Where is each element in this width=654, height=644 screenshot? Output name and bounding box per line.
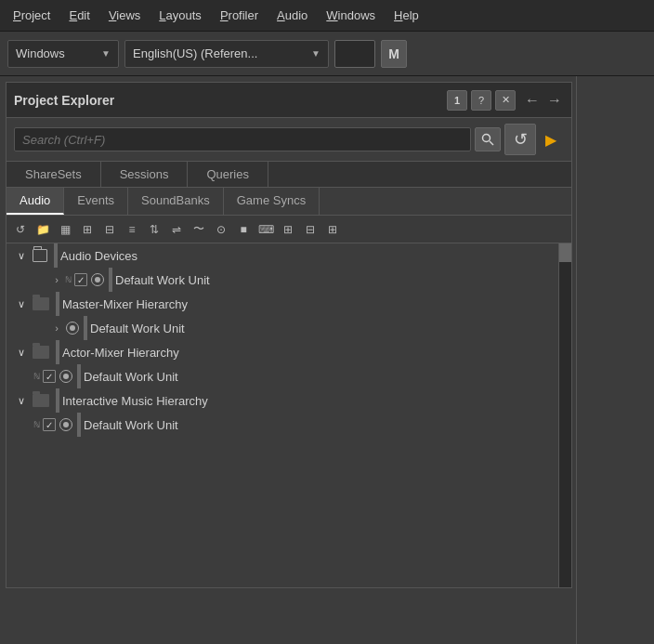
dropdown-arrow2: ▼ — [311, 48, 320, 59]
toolbar-icon-link[interactable]: ⊙ — [211, 219, 231, 240]
project-explorer-panel: Project Explorer 1 ? ✕ ← → ↺ ▶ ShareSets… — [6, 82, 572, 588]
tree-row-actor-mixer[interactable]: ∨ Actor-Mixer Hierarchy — [7, 340, 571, 364]
expand-icon6[interactable]: ∨ — [14, 395, 29, 407]
toolbar-icon-sort[interactable]: ⇅ — [144, 219, 164, 240]
nav-forward-arrow[interactable]: → — [545, 90, 564, 111]
item-label5: Actor-Mixer Hierarchy — [62, 346, 179, 360]
toolbar-icon-shuffle[interactable]: ⇌ — [166, 219, 187, 240]
checkbox-icon[interactable] — [74, 273, 87, 286]
checkbox-icon3[interactable] — [43, 418, 56, 431]
folder-dark-icon2 — [33, 346, 49, 359]
expand-icon4[interactable]: › — [49, 322, 64, 334]
item-label: Audio Devices — [60, 249, 137, 263]
scrollbar-thumb[interactable] — [559, 243, 571, 262]
icon-toolbar: ↺ 📁 ▦ ⊞ ⊟ ≡ ⇅ ⇌ 〜 ⊙ ■ ⌨ ⊞ ⊟ ⊞ — [7, 216, 571, 243]
item-label6: Default Work Unit — [84, 370, 178, 384]
toolbar-icon-list[interactable]: ≡ — [122, 219, 142, 240]
circle-icon3 — [59, 370, 72, 383]
item-separator — [54, 243, 58, 268]
search-input[interactable] — [14, 127, 471, 151]
item-separator7 — [56, 388, 59, 413]
tree-row-audio-default[interactable]: › ℕ Default Work Unit — [7, 268, 571, 292]
checkbox-icon2[interactable] — [43, 370, 56, 383]
refresh-btn[interactable]: ↺ — [504, 124, 536, 155]
menu-layouts[interactable]: Layouts — [150, 3, 211, 28]
panel-header-buttons: 1 ? ✕ — [447, 90, 516, 111]
forward-icon-btn[interactable]: ▶ — [538, 124, 564, 155]
folder-outline-icon — [33, 249, 47, 262]
panel-header: Project Explorer 1 ? ✕ ← → — [7, 83, 571, 118]
expand-icon[interactable]: ∨ — [14, 250, 29, 262]
menu-audio[interactable]: Audio — [268, 3, 317, 28]
tab-audio[interactable]: Audio — [7, 188, 64, 215]
tab-game-syncs[interactable]: Game Syncs — [224, 188, 320, 215]
item-separator3 — [56, 292, 59, 316]
tab-events[interactable]: Events — [64, 188, 128, 215]
tree-row-master-default[interactable]: › Default Work Unit — [7, 316, 571, 340]
small-icon2: ℕ — [33, 372, 40, 381]
menu-views[interactable]: Views — [99, 3, 150, 28]
item-separator5 — [56, 340, 59, 364]
toolbar-icon-table[interactable]: ⊞ — [278, 219, 298, 240]
item-label3: Master-Mixer Hierarchy — [62, 297, 188, 311]
item-separator8 — [77, 413, 81, 437]
tab-queries[interactable]: Queries — [188, 162, 268, 187]
menu-windows[interactable]: Windows — [317, 3, 385, 28]
menu-project[interactable]: Project — [4, 3, 59, 28]
toolbar-icon-stop[interactable]: ■ — [233, 219, 254, 240]
expand-icon2[interactable]: › — [49, 274, 64, 285]
menu-bar: Project Edit Views Layouts Profiler Audi… — [0, 0, 654, 32]
tree-view[interactable]: ∨ Audio Devices › ℕ Default Work Unit ∨ … — [7, 243, 571, 587]
tree-row-audio-devices[interactable]: ∨ Audio Devices — [7, 243, 571, 268]
expand-icon5[interactable]: ∨ — [14, 347, 29, 359]
windows-dropdown[interactable]: Windows ▼ — [7, 40, 119, 68]
toolbar-icon-folder[interactable]: 📁 — [33, 219, 53, 240]
small-icon3: ℕ — [33, 420, 40, 429]
toolbar-icon-rotate[interactable]: ↺ — [10, 219, 31, 240]
language-dropdown[interactable]: English(US) (Referen... ▼ — [124, 40, 329, 68]
toolbar-icon-grid3[interactable]: ⊟ — [99, 219, 120, 240]
dropdown-arrow: ▼ — [101, 48, 111, 59]
m-button[interactable]: M — [381, 40, 407, 68]
expand-icon3[interactable]: ∨ — [14, 298, 29, 310]
search-bar: ↺ ▶ — [7, 118, 571, 162]
tree-row-interactive-music[interactable]: ∨ Interactive Music Hierarchy — [7, 388, 571, 413]
toolbar-icon-grid2[interactable]: ⊞ — [77, 219, 98, 240]
toolbar-icon-grid5[interactable]: ⊞ — [322, 219, 343, 240]
menu-help[interactable]: Help — [385, 3, 428, 28]
color-btn[interactable] — [334, 40, 375, 68]
panel-close-btn[interactable]: ✕ — [495, 90, 516, 111]
small-icon: ℕ — [65, 275, 72, 284]
panel-title: Project Explorer — [14, 93, 447, 108]
right-panel — [576, 76, 654, 644]
item-separator2 — [109, 268, 112, 292]
search-icon-btn[interactable] — [475, 127, 501, 151]
folder-dark-icon3 — [33, 394, 49, 407]
scrollbar[interactable] — [558, 243, 571, 587]
circle-icon — [91, 273, 104, 286]
panel-badge[interactable]: 1 — [447, 90, 467, 111]
tab-sessions[interactable]: Sessions — [101, 162, 189, 187]
tab-soundbanks[interactable]: SoundBanks — [128, 188, 224, 215]
item-label2: Default Work Unit — [115, 273, 210, 287]
toolbar: Windows ▼ English(US) (Referen... ▼ M — [0, 32, 654, 76]
toolbar-icon-key[interactable]: ⌨ — [255, 219, 276, 240]
item-separator4 — [84, 316, 87, 340]
toolbar-icon-wave[interactable]: 〜 — [189, 219, 209, 240]
tree-row-interactive-default[interactable]: ℕ Default Work Unit — [7, 413, 571, 437]
item-label7: Interactive Music Hierarchy — [62, 394, 208, 408]
svg-point-0 — [483, 135, 490, 142]
tree-row-actor-default[interactable]: ℕ Default Work Unit — [7, 364, 571, 388]
nav-back-arrow[interactable]: ← — [523, 90, 542, 111]
menu-profiler[interactable]: Profiler — [211, 3, 268, 28]
tree-row-master-mixer[interactable]: ∨ Master-Mixer Hierarchy — [7, 292, 571, 316]
sub-tabs: Audio Events SoundBanks Game Syncs — [7, 188, 571, 216]
folder-dark-icon — [33, 297, 49, 310]
panel-help-btn[interactable]: ? — [471, 90, 491, 111]
toolbar-icon-grid4[interactable]: ⊟ — [300, 219, 320, 240]
toolbar-icon-grid1[interactable]: ▦ — [55, 219, 75, 240]
tab-sharesets[interactable]: ShareSets — [7, 162, 101, 187]
circle-icon4 — [59, 418, 72, 431]
menu-edit[interactable]: Edit — [59, 3, 98, 28]
circle-icon2 — [66, 322, 79, 335]
